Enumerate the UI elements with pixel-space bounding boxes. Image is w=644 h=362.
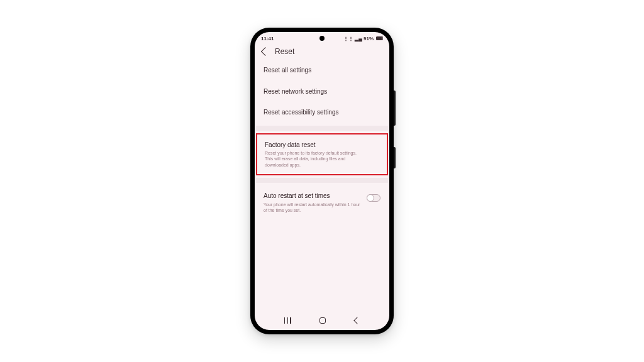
status-time: 11:41 bbox=[261, 36, 274, 41]
item-label: Reset accessibility settings bbox=[264, 108, 380, 117]
power-button[interactable] bbox=[394, 147, 396, 168]
front-camera bbox=[319, 36, 325, 41]
battery-text: 91% bbox=[364, 36, 374, 41]
item-label: Reset all settings bbox=[264, 66, 380, 75]
settings-list: Reset all settings Reset network setting… bbox=[255, 60, 389, 314]
section-divider bbox=[256, 126, 388, 131]
item-description: Reset your phone to its factory default … bbox=[265, 150, 365, 168]
item-reset-all-settings[interactable]: Reset all settings bbox=[256, 60, 388, 81]
item-label: Reset network settings bbox=[264, 87, 380, 96]
volume-button[interactable] bbox=[394, 90, 396, 126]
section-divider bbox=[256, 178, 388, 183]
back-button[interactable] bbox=[353, 317, 360, 324]
back-icon[interactable] bbox=[261, 47, 270, 56]
page-header: Reset bbox=[255, 45, 389, 60]
battery-icon bbox=[376, 36, 383, 40]
page-title: Reset bbox=[275, 47, 294, 56]
item-label: Factory data reset bbox=[265, 141, 379, 150]
stage: 11:41 ⋮⋮ ▂▄ 91% Reset Reset all settings… bbox=[0, 0, 644, 362]
auto-restart-toggle[interactable] bbox=[367, 194, 380, 202]
signal-icon: ▂▄ bbox=[355, 36, 362, 41]
status-right: ⋮⋮ ▂▄ 91% bbox=[343, 36, 383, 41]
wifi-icon: ⋮⋮ bbox=[343, 36, 353, 41]
recents-button[interactable] bbox=[284, 317, 291, 324]
item-factory-data-reset[interactable]: Factory data reset Reset your phone to i… bbox=[256, 133, 388, 176]
android-nav-bar bbox=[255, 314, 389, 330]
item-reset-accessibility-settings[interactable]: Reset accessibility settings bbox=[256, 102, 388, 123]
phone-screen: 11:41 ⋮⋮ ▂▄ 91% Reset Reset all settings… bbox=[255, 32, 389, 330]
item-auto-restart[interactable]: Auto restart at set times Your phone wil… bbox=[256, 185, 388, 219]
phone-device: 11:41 ⋮⋮ ▂▄ 91% Reset Reset all settings… bbox=[250, 28, 394, 334]
home-button[interactable] bbox=[319, 317, 326, 324]
item-label: Auto restart at set times bbox=[264, 192, 380, 200]
item-reset-network-settings[interactable]: Reset network settings bbox=[256, 81, 388, 102]
item-description: Your phone will restart automatically wi… bbox=[264, 202, 364, 214]
